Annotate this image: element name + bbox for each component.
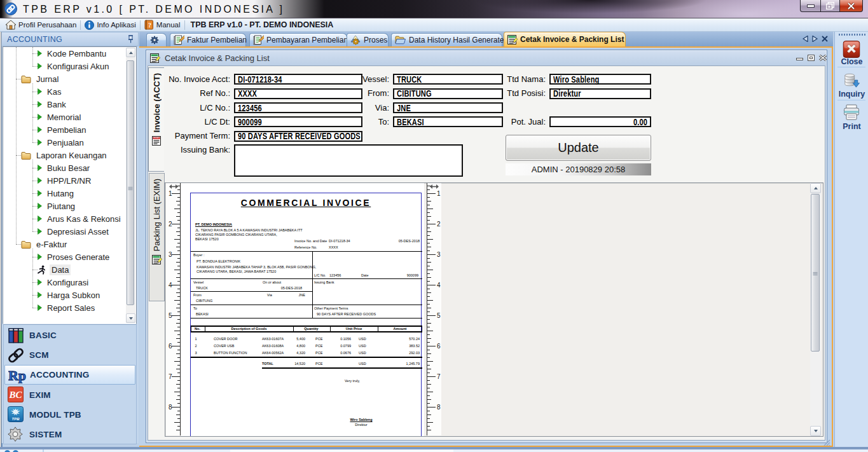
module-label: MODUL TPB <box>29 410 81 420</box>
toolbar-item-info-aplikasi[interactable]: Info Aplikasi <box>82 19 138 31</box>
tree-item-memorial[interactable]: Memorial <box>32 111 83 123</box>
tree-item-report-sales[interactable]: Report Sales <box>32 301 97 314</box>
print-icon[interactable] <box>843 104 860 121</box>
module-button-modul-tpb[interactable]: TPBMODUL TPB <box>4 405 135 425</box>
tree-item-harga-subkon[interactable]: Harga Subkon <box>32 289 102 301</box>
tree-item-label: Konfigurasi Akun <box>45 61 111 72</box>
right-button-label-close[interactable]: Close <box>835 57 868 66</box>
invoice-text: COVER USB <box>214 344 234 348</box>
tree-item-depresiasi-asset[interactable]: Depresiasi Asset <box>32 225 111 238</box>
update-button[interactable]: Update <box>506 135 651 161</box>
tree-item-label: Harga Subkon <box>45 290 102 301</box>
toolbar-separator <box>184 20 185 30</box>
tree-connector <box>32 193 38 194</box>
scroll-up-button[interactable] <box>810 183 821 193</box>
preview-scrollbar[interactable] <box>810 183 821 436</box>
right-button-label-inquiry[interactable]: Inquiry <box>835 90 868 99</box>
scroll-down-button[interactable] <box>126 313 135 323</box>
field-input[interactable]: JNE <box>393 102 503 113</box>
ruler-number: 5 <box>169 312 172 319</box>
mdi-minimize-button[interactable] <box>796 55 803 61</box>
tree-item-buku-besar[interactable]: Buku Besar <box>32 161 92 174</box>
sidebar-tree: Kode PembantuKonfigurasi AkunJurnalKasBa… <box>3 46 137 324</box>
tab-scroll-right-icon[interactable] <box>812 36 818 42</box>
ruler-tick <box>174 209 180 209</box>
field-input[interactable]: 0.00 <box>549 116 651 127</box>
tree-item-piutang[interactable]: Piutang <box>32 200 77 212</box>
invoice-text: 383.52 <box>394 344 420 348</box>
tree-item-kode-pembantu[interactable]: Kode Pembantu <box>32 47 108 60</box>
module-button-basic[interactable]: BASIC <box>4 325 135 345</box>
tree-item-bank[interactable]: Bank <box>32 98 68 111</box>
tab-pembayaran-pembelian[interactable]: Pembayaran Pembelian <box>249 33 347 46</box>
ruler-number: 2 <box>437 221 441 228</box>
invoice-text: Issuing Bank <box>314 280 334 284</box>
manual-icon: ? <box>144 20 154 30</box>
ruler-tick <box>427 197 430 198</box>
toolbar-label: Profil Perusahaan <box>18 21 76 29</box>
tab-cetak-invoice-packing-list[interactable]: Cetak Invoice & Packing List <box>504 32 626 46</box>
inquiry-icon[interactable] <box>843 72 860 88</box>
ruler-tick <box>427 312 430 312</box>
issuing-bank-input[interactable] <box>234 144 463 177</box>
tab-data-history-hasil-generate[interactable]: Data History Hasil Generate <box>391 33 502 46</box>
side-tab-invoice-acct-[interactable]: Invoice (ACCT)EXIM <box>148 67 164 172</box>
pin-icon[interactable] <box>127 35 134 43</box>
tab-proses[interactable]: Proses <box>347 33 389 46</box>
module-button-scm[interactable]: SCM <box>4 345 135 365</box>
tree-item-label: Report Sales <box>45 303 97 313</box>
module-button-exim[interactable]: BCEXIM <box>4 385 135 405</box>
side-tab-packing-list-exim-[interactable]: Packing List (EXIM) <box>149 173 165 301</box>
tree-item-data[interactable]: Data <box>32 263 71 276</box>
tab-settings[interactable] <box>146 33 167 46</box>
tree-item-hpp-lr-nr[interactable]: HPP/LR/NR <box>32 174 93 187</box>
module-button-accounting[interactable]: RpACCOUNTING <box>4 365 135 385</box>
tab-close-icon[interactable] <box>822 36 828 42</box>
toolbar-item-manual[interactable]: ? Manual <box>142 19 183 31</box>
tree-item-hutang[interactable]: Hutang <box>32 187 76 200</box>
tree-item-pembelian[interactable]: Pembelian <box>32 123 88 136</box>
report-icon <box>507 35 518 45</box>
ruler-tick <box>427 281 430 282</box>
invoice-text: PT. BONDUA ELEKTRONIK <box>196 259 240 263</box>
ruler-drag-marker[interactable] <box>430 184 439 189</box>
invoice-text: 0.0676 <box>326 351 351 355</box>
minimize-button[interactable] <box>800 0 820 12</box>
tab-faktur-pembelian[interactable]: Faktur Pembelian <box>170 33 246 46</box>
ruler-tick <box>174 270 180 270</box>
scroll-up-button[interactable] <box>126 48 135 57</box>
tree-item-penjualan[interactable]: Penjualan <box>32 136 86 149</box>
toolbar-item-profil-perusahaan[interactable]: Profil Perusahaan <box>3 19 79 31</box>
close-icon <box>847 3 855 10</box>
tree-item-laporan-keuangan[interactable]: Laporan Keuangan <box>16 149 109 161</box>
ruler-tick <box>427 201 431 202</box>
tree-item-kas[interactable]: Kas <box>32 85 63 98</box>
tree-item-konfigurasi-akun[interactable]: Konfigurasi Akun <box>32 60 111 72</box>
ruler-drag-marker[interactable] <box>169 184 178 189</box>
scroll-down-button[interactable] <box>810 426 821 436</box>
field-input[interactable]: 90 DAYS AFTER RECEIVED GOODS <box>234 131 362 142</box>
scrollbar-thumb[interactable] <box>811 194 820 352</box>
ruler-tick <box>427 239 433 240</box>
mdi-close-button[interactable] <box>819 55 827 61</box>
tree-item-arus-kas-rekonsi[interactable]: Arus Kas & Rekonsi <box>32 212 123 225</box>
ruler-tick <box>176 384 180 385</box>
ruler-tick <box>427 304 430 305</box>
restore-button[interactable] <box>820 0 840 12</box>
tab-scroll-left-icon[interactable] <box>803 36 808 42</box>
ruler-tick <box>172 376 180 377</box>
tree-item-proses-generate[interactable]: Proses Generate <box>32 250 111 263</box>
close-red-icon[interactable] <box>843 41 860 58</box>
tree-item-konfigurasi[interactable]: Konfigurasi <box>32 276 90 289</box>
module-button-sistem[interactable]: SISTEM <box>4 425 135 444</box>
invoice-text: PCE <box>315 344 322 348</box>
close-button[interactable] <box>840 0 863 12</box>
tree-connector <box>32 168 38 168</box>
right-button-label-print[interactable]: Print <box>835 122 868 131</box>
mdi-restore-button[interactable] <box>808 55 815 61</box>
field-input[interactable]: Direktur <box>549 88 651 99</box>
tree-item-e-faktur[interactable]: e-Faktur <box>16 238 69 250</box>
field-input[interactable]: Wiro Sableng <box>549 74 651 85</box>
tree-item-jurnal[interactable]: Jurnal <box>16 72 60 85</box>
resize-grip[interactable] <box>823 439 830 446</box>
